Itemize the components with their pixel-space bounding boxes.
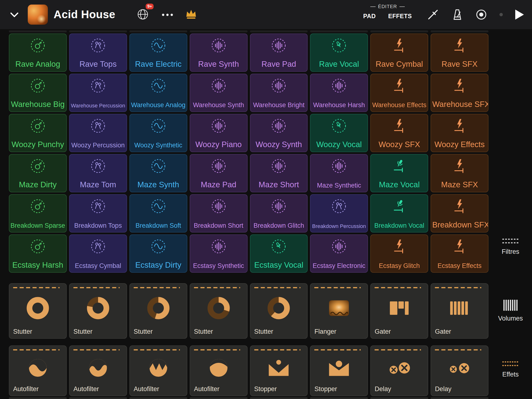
scrolled-fx-row-sliver <box>9 397 488 399</box>
pad-rave-synth[interactable]: Rave Synth <box>190 33 247 72</box>
pad-maze-synthetic[interactable]: Maze Synthetic <box>310 154 368 192</box>
fx-pad-autofilter[interactable]: Autofilter <box>69 345 127 396</box>
collapse-chevron-icon[interactable] <box>9 9 20 22</box>
shaker-icon <box>90 238 107 255</box>
pad-woozy-punchy[interactable]: Woozy Punchy <box>9 114 67 152</box>
pad-woozy-piano[interactable]: Woozy Piano <box>190 114 247 152</box>
pad-maze-vocal[interactable]: Maze Vocal <box>370 154 428 192</box>
eq-wave-icon <box>270 198 287 215</box>
sidebar-label: Effets <box>491 371 530 378</box>
pad-ecstasy-vocal[interactable]: Ecstasy Vocal <box>250 234 308 273</box>
mic-icon <box>331 117 347 134</box>
pad-breakdown-sfx[interactable]: Breakdown SFX <box>431 194 488 233</box>
pad-breakdown-vocal[interactable]: Breakdown Vocal <box>370 194 428 233</box>
fx-pad-stutter[interactable]: Stutter <box>9 283 67 339</box>
pad-rave-sfx[interactable]: Rave SFX <box>431 33 488 72</box>
bolt-icon <box>391 238 408 255</box>
pad-maze-sfx[interactable]: Maze SFX <box>431 154 488 192</box>
stutter-ring-icon <box>13 288 63 328</box>
pad-warehouse-effects[interactable]: Warehouse Effects <box>370 74 428 112</box>
fx-pad-flanger[interactable]: Flanger <box>310 283 368 339</box>
pad-warehouse-big[interactable]: Warehouse Big <box>9 74 67 112</box>
tab-pad[interactable]: PAD <box>363 13 376 20</box>
fx-pad-stopper[interactable]: Stopper <box>310 345 368 396</box>
pad-maze-dirty[interactable]: Maze Dirty <box>9 154 67 192</box>
fx-pad-delay[interactable]: Delay <box>431 345 488 396</box>
pad-breakdown-percussion[interactable]: Breakdown Percussion <box>310 194 368 233</box>
pad-ecstasy-effects[interactable]: Ecstasy Effects <box>431 234 488 273</box>
fx-pad-stutter[interactable]: Stutter <box>69 283 127 339</box>
pad-woozy-vocal[interactable]: Woozy Vocal <box>310 114 368 152</box>
sidebar-item-effets[interactable]: Effets <box>491 361 530 378</box>
autofilter-wave-icon <box>194 350 243 385</box>
pad-warehouse-sfx[interactable]: Warehouse SFX <box>431 74 488 112</box>
pad-row-sliver <box>129 397 187 399</box>
fx-pad-autofilter[interactable]: Autofilter <box>9 345 67 396</box>
pad-warehouse-synth[interactable]: Warehouse Synth <box>190 74 247 112</box>
pad-rave-cymbal[interactable]: Rave Cymbal <box>370 33 428 72</box>
pad-rave-pad[interactable]: Rave Pad <box>250 33 308 72</box>
fx-pad-stopper[interactable]: Stopper <box>250 345 308 396</box>
pad-maze-short[interactable]: Maze Short <box>250 154 308 192</box>
pad-maze-tom[interactable]: Maze Tom <box>69 154 127 192</box>
project-artwork[interactable] <box>28 5 48 25</box>
pad-warehouse-percussion[interactable]: Warehouse Percussion <box>69 74 127 112</box>
pad-breakdown-sparse[interactable]: Breakdown Sparse <box>9 194 67 233</box>
pad-label: Maze Short <box>259 180 299 189</box>
pad-woozy-synth[interactable]: Woozy Synth <box>250 114 308 152</box>
fx-pad-stutter[interactable]: Stutter <box>190 283 247 339</box>
fx-pad-gater[interactable]: Gater <box>370 283 428 339</box>
shaker-icon <box>90 198 107 215</box>
pad-ecstasy-dirty[interactable]: Ecstasy Dirty <box>129 234 187 273</box>
pad-woozy-sfx[interactable]: Woozy SFX <box>370 114 428 152</box>
tab-effets[interactable]: EFFETS <box>388 13 412 20</box>
sidebar-item-filtres[interactable]: Filtres <box>491 238 530 255</box>
pad-woozy-effects[interactable]: Woozy Effects <box>431 114 488 152</box>
pad-ecstasy-glitch[interactable]: Ecstasy Glitch <box>370 234 428 273</box>
record-icon[interactable] <box>475 8 488 22</box>
pad-rave-vocal[interactable]: Rave Vocal <box>310 33 368 72</box>
fx-pad-gater[interactable]: Gater <box>431 283 488 339</box>
pad-breakdown-tops[interactable]: Breakdown Tops <box>69 194 127 233</box>
pad-rave-electric[interactable]: Rave Electric <box>129 33 187 72</box>
pad-warehouse-harsh[interactable]: Warehouse Harsh <box>310 74 368 112</box>
pad-label: Maze SFX <box>441 180 478 189</box>
pad-label: Ecstasy Cymbal <box>75 262 121 270</box>
fx-pad-delay[interactable]: Delay <box>370 345 428 396</box>
play-button-icon[interactable] <box>513 8 525 22</box>
fx-pad-autofilter[interactable]: Autofilter <box>190 345 247 396</box>
eq-wave-icon <box>270 77 287 94</box>
scrolled-pad-row-sliver <box>9 30 488 32</box>
pad-rave-tops[interactable]: Rave Tops <box>69 33 127 72</box>
pad-woozy-percussion[interactable]: Woozy Percussion <box>69 114 127 152</box>
pad-warehouse-analog[interactable]: Warehouse Analog <box>129 74 187 112</box>
pad-breakdown-short[interactable]: Breakdown Short <box>190 194 247 233</box>
pad-maze-pad[interactable]: Maze Pad <box>190 154 247 192</box>
pad-ecstasy-electronic[interactable]: Ecstasy Electronic <box>310 234 368 273</box>
delay-circles-icon <box>435 350 484 385</box>
pad-maze-synth[interactable]: Maze Synth <box>129 154 187 192</box>
more-options-icon[interactable] <box>161 13 174 18</box>
pad-ecstasy-harsh[interactable]: Ecstasy Harsh <box>9 234 67 273</box>
metronome-icon[interactable] <box>451 8 464 22</box>
pad-ecstasy-synthetic[interactable]: Ecstasy Synthetic <box>190 234 247 273</box>
bolt-icon <box>451 198 468 215</box>
fx-pad-stutter[interactable]: Stutter <box>250 283 308 339</box>
pad-rave-analog[interactable]: Rave Analog <box>9 33 67 72</box>
pad-warehouse-bright[interactable]: Warehouse Bright <box>250 74 308 112</box>
fx-pad-stutter[interactable]: Stutter <box>129 283 187 339</box>
pad-label: Breakdown Tops <box>74 222 122 229</box>
stutter-ring-icon <box>194 288 243 328</box>
flanger-glow-icon <box>314 288 364 328</box>
sine-wave-icon <box>150 158 167 174</box>
premium-crown-icon[interactable] <box>185 9 197 21</box>
pad-row-sliver <box>69 397 127 399</box>
pad-breakdown-glitch[interactable]: Breakdown Glitch <box>250 194 308 233</box>
sidebar-item-volumes[interactable]: Volumes <box>491 299 530 322</box>
pitch-fader-icon[interactable] <box>426 8 440 22</box>
pad-woozy-synthetic[interactable]: Woozy Synthetic <box>129 114 187 152</box>
pad-ecstasy-cymbal[interactable]: Ecstasy Cymbal <box>69 234 127 273</box>
stutter-ring-icon <box>134 288 183 328</box>
pad-breakdown-soft[interactable]: Breakdown Soft <box>129 194 187 233</box>
fx-pad-autofilter[interactable]: Autofilter <box>129 345 187 396</box>
